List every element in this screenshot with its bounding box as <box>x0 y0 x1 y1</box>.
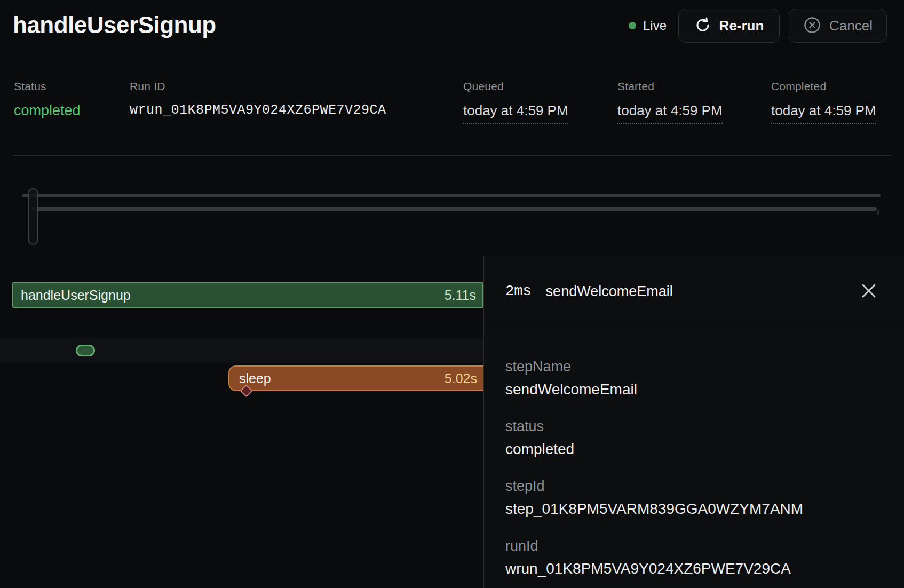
minimap-end-tick <box>877 210 879 215</box>
cancel-circle-x-icon <box>803 16 821 36</box>
header-divider <box>13 155 891 156</box>
step-detail-header: 2ms sendWelcomeEmail <box>484 256 904 327</box>
queued-label: Queued <box>463 80 568 93</box>
run-span-duration: 5.11s <box>445 288 476 303</box>
run-span-label: handleUserSignup <box>21 288 131 303</box>
trace-gantt: handleUserSignup 5.11s sleep 5.02s <box>0 249 483 588</box>
selected-row-highlight <box>0 338 483 363</box>
field-label: status <box>505 418 883 435</box>
run-id-label: Run ID <box>130 80 386 93</box>
field-label: runId <box>505 537 883 554</box>
sleep-span-duration: 5.02s <box>445 371 477 386</box>
close-panel-button[interactable] <box>857 280 881 303</box>
meta-queued: Queued today at 4:59 PM <box>463 80 568 124</box>
field-label: stepName <box>505 358 883 375</box>
minimap-brush-handle[interactable] <box>28 188 38 245</box>
live-status-dot-icon <box>629 22 636 29</box>
minimap-run-bar <box>22 194 881 197</box>
live-label: Live <box>643 18 667 33</box>
meta-status: Status completed <box>14 80 81 119</box>
rerun-button[interactable]: Re-run <box>678 9 780 43</box>
started-value: today at 4:59 PM <box>617 102 723 124</box>
completed-label: Completed <box>771 80 876 93</box>
field-run-id: runId wrun_01K8PM5VA9Y024XZ6PWE7V29CA <box>505 537 883 578</box>
meta-started: Started today at 4:59 PM <box>617 80 723 124</box>
started-label: Started <box>617 80 723 93</box>
field-step-name: stepName sendWelcomeEmail <box>505 358 883 399</box>
status-value: completed <box>14 102 81 119</box>
field-value: wrun_01K8PM5VA9Y024XZ6PWE7V29CA <box>505 560 883 578</box>
field-value: step_01K8PM5VARM839GGA0WZYM7ANM <box>505 500 883 518</box>
trace-span-run[interactable]: handleUserSignup 5.11s <box>12 282 483 308</box>
sleep-span-label: sleep <box>239 371 271 386</box>
completed-value: today at 4:59 PM <box>771 102 876 124</box>
queued-value: today at 4:59 PM <box>463 102 568 124</box>
trace-span-sleep[interactable]: sleep 5.02s <box>228 365 483 391</box>
field-value: completed <box>505 440 883 458</box>
workflow-run-page: handleUserSignup Live Re-run Cancel <box>0 0 904 588</box>
step-detail-fields: stepName sendWelcomeEmail status complet… <box>484 327 904 578</box>
trace-span-step-pill[interactable] <box>76 345 95 356</box>
step-detail-title: sendWelcomeEmail <box>546 283 673 300</box>
rerun-button-label: Re-run <box>719 18 764 34</box>
step-detail-panel: 2ms sendWelcomeEmail stepName sendWelcom… <box>483 256 904 588</box>
cancel-button[interactable]: Cancel <box>789 9 887 43</box>
status-label: Status <box>14 80 81 93</box>
close-icon <box>861 283 877 300</box>
minimap-sleep-bar <box>31 207 877 211</box>
meta-completed: Completed today at 4:59 PM <box>771 80 876 124</box>
run-id-value: wrun_01K8PM5VA9Y024XZ6PWE7V29CA <box>130 102 386 118</box>
step-duration: 2ms <box>505 283 532 299</box>
meta-run-id: Run ID wrun_01K8PM5VA9Y024XZ6PWE7V29CA <box>130 80 386 118</box>
field-value: sendWelcomeEmail <box>505 380 883 399</box>
refresh-icon <box>694 17 711 35</box>
page-title: handleUserSignup <box>13 12 216 38</box>
header-actions: Live Re-run Cancel <box>629 9 887 43</box>
field-step-id: stepId step_01K8PM5VARM839GGA0WZYM7ANM <box>505 478 883 518</box>
field-status: status completed <box>505 418 883 458</box>
cancel-button-label: Cancel <box>829 18 873 34</box>
live-indicator[interactable]: Live <box>629 18 667 33</box>
field-label: stepId <box>505 478 883 495</box>
